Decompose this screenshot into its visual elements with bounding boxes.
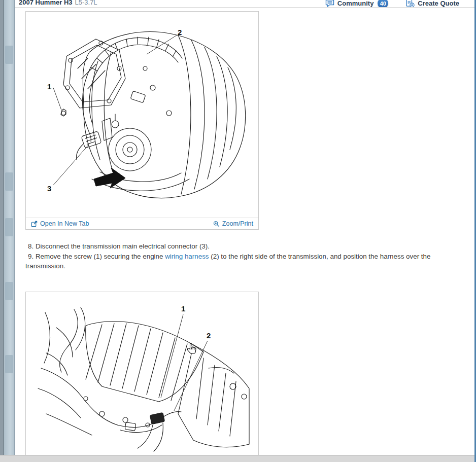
- left-rail-segment: [5, 172, 13, 191]
- direction-arrow: [94, 168, 125, 188]
- vehicle-name: 2007 Hummer H3: [19, 0, 73, 6]
- left-rail: [0, 0, 15, 462]
- zoom-print-label: Zoom/Print: [222, 220, 253, 227]
- figure-2: 1 2: [25, 292, 259, 462]
- create-quote-button[interactable]: Create Quote: [405, 0, 459, 8]
- vehicle-title: 2007 Hummer H3L5-3.7L: [19, 0, 97, 6]
- create-quote-label: Create Quote: [418, 0, 459, 7]
- step-9: 9. Remove the screw (1) securing the eng…: [25, 252, 458, 271]
- figure-2-image: 1 2: [26, 292, 258, 462]
- figure-1: 2 1 3 Open In New Tab: [25, 11, 259, 230]
- screen: 2007 Hummer H3L5-3.7L Community 40 Creat…: [0, 0, 476, 462]
- callout-1: 1: [181, 304, 185, 313]
- callout-2: 2: [178, 28, 182, 37]
- create-quote-icon: [405, 0, 415, 8]
- leader-lines: [161, 314, 208, 411]
- figure-1-toolbar: Open In New Tab Zoom/Print: [26, 218, 258, 229]
- step-8: 8. Disconnect the transmission main elec…: [25, 241, 458, 252]
- leader-lines: [53, 35, 177, 185]
- left-rail-segment: [5, 282, 13, 300]
- header-actions: Community 40 Create Quote: [325, 0, 459, 8]
- left-rail-track: [4, 0, 15, 462]
- community-button[interactable]: Community: [325, 0, 374, 8]
- article-content: 2 1 3 Open In New Tab: [15, 8, 474, 455]
- callout-1: 1: [47, 82, 51, 91]
- open-in-new-tab-label: Open In New Tab: [40, 220, 89, 227]
- vehicle-engine: L5-3.7L: [75, 0, 97, 6]
- left-rail-segment: [5, 46, 13, 64]
- callout-3: 3: [47, 184, 51, 193]
- community-label: Community: [337, 0, 374, 7]
- open-in-new-tab-link[interactable]: Open In New Tab: [31, 220, 89, 227]
- bottom-strip: [0, 455, 476, 462]
- page-header: 2007 Hummer H3L5-3.7L Community 40 Creat…: [15, 0, 474, 8]
- instruction-steps: 8. Disconnect the transmission main elec…: [25, 241, 458, 271]
- wiring-harness-link[interactable]: wiring harness: [165, 253, 209, 260]
- community-count-badge: 40: [378, 0, 388, 8]
- figure-1-image: 2 1 3: [26, 12, 258, 218]
- step-9-text-before: 9. Remove the screw (1) securing the eng…: [28, 253, 165, 260]
- left-rail-segment: [5, 355, 13, 373]
- open-in-new-tab-icon: [31, 221, 38, 227]
- callout-2: 2: [207, 331, 211, 340]
- zoom-print-link[interactable]: Zoom/Print: [213, 220, 253, 227]
- community-icon: [325, 0, 334, 8]
- zoom-icon: [213, 221, 220, 227]
- transmission-rear-diagram: 2 1 3: [26, 12, 258, 218]
- left-rail-segment: [5, 218, 13, 236]
- transmission-side-diagram: 1 2: [26, 292, 258, 462]
